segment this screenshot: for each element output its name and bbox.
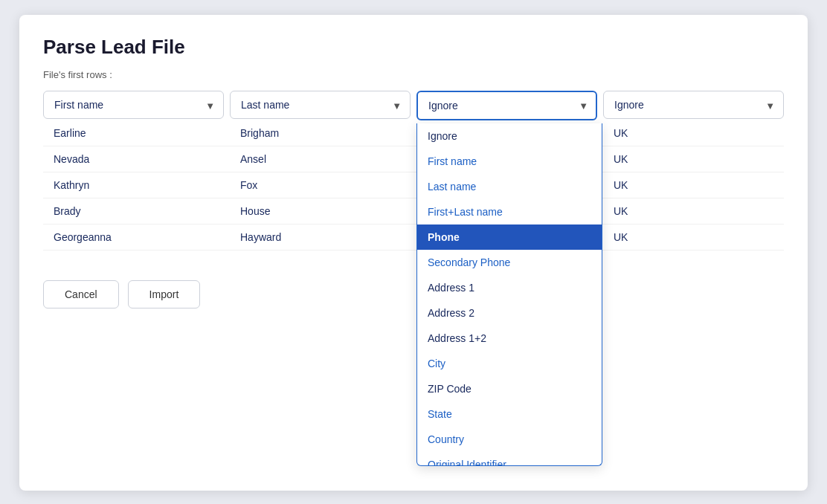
column-select-wrapper-3: Ignore ▼ IgnoreFirst nameLast nameFirst+… [416, 91, 597, 120]
column-select-wrapper-2: Last name ▼ [230, 91, 411, 120]
actions-row: Cancel Import [43, 280, 784, 308]
table-row: NevadaAnselUK [43, 146, 784, 172]
column-select-1[interactable]: First name [43, 91, 224, 119]
modal-title: Parse Lead File [43, 36, 784, 59]
file-subtitle: File's first rows : [43, 69, 784, 80]
import-button[interactable]: Import [128, 280, 201, 308]
column-select-3[interactable]: Ignore [416, 91, 597, 120]
table-cell: Ansel [230, 152, 411, 167]
table-cell: Earline [43, 126, 224, 140]
dropdown-item[interactable]: Address 1 [417, 275, 602, 300]
table-cell: House [230, 204, 411, 219]
column-select-2[interactable]: Last name [230, 91, 411, 119]
dropdown-item[interactable]: City [417, 351, 602, 376]
dropdown-item[interactable]: Country [417, 427, 602, 452]
dropdown-item[interactable]: Last name [417, 174, 602, 199]
table-cell: Georgeanna [43, 230, 224, 245]
dropdown-item[interactable]: Address 1+2 [417, 326, 602, 351]
dropdown-item[interactable]: Ignore [417, 123, 602, 149]
dropdown-menu: IgnoreFirst nameLast nameFirst+Last name… [416, 123, 602, 466]
parse-lead-modal: Parse Lead File File's first rows : Firs… [19, 15, 808, 491]
columns-row: First name ▼ Last name ▼ Ignore ▼ Ignore… [43, 91, 784, 120]
table-cell: UK [603, 204, 784, 219]
table-row: KathrynFoxUK [43, 172, 784, 198]
dropdown-item[interactable]: Original Identifier [417, 452, 602, 465]
table-cell: Hayward [230, 230, 411, 245]
dropdown-item[interactable]: ZIP Code [417, 376, 602, 401]
cancel-button[interactable]: Cancel [43, 280, 119, 308]
data-table: EarlineBrighamUKNevadaAnselUKKathrynFoxU… [43, 120, 784, 251]
table-cell: Nevada [43, 152, 224, 167]
table-cell: UK [603, 178, 784, 193]
table-row: EarlineBrighamUK [43, 120, 784, 146]
table-cell: UK [603, 230, 784, 245]
dropdown-item[interactable]: Secondary Phone [417, 250, 602, 275]
column-select-wrapper-4: Ignore ▼ [603, 91, 784, 120]
dropdown-list[interactable]: IgnoreFirst nameLast nameFirst+Last name… [417, 123, 602, 465]
dropdown-item[interactable]: First name [417, 149, 602, 174]
column-select-4[interactable]: Ignore [603, 91, 784, 119]
dropdown-item[interactable]: Phone [417, 224, 602, 250]
table-cell: Fox [230, 178, 411, 193]
table-cell: Kathryn [43, 178, 224, 193]
data-rows: EarlineBrighamUKNevadaAnselUKKathrynFoxU… [43, 120, 784, 251]
dropdown-item[interactable]: First+Last name [417, 199, 602, 224]
dropdown-item[interactable]: State [417, 401, 602, 427]
table-cell: Brigham [230, 126, 411, 140]
column-select-wrapper-1: First name ▼ [43, 91, 224, 120]
table-cell: UK [603, 126, 784, 140]
table-row: BradyHouseUK [43, 198, 784, 224]
dropdown-item[interactable]: Address 2 [417, 300, 602, 326]
table-row: GeorgeannaHaywardUK [43, 224, 784, 251]
table-cell: Brady [43, 204, 224, 219]
table-cell: UK [603, 152, 784, 167]
